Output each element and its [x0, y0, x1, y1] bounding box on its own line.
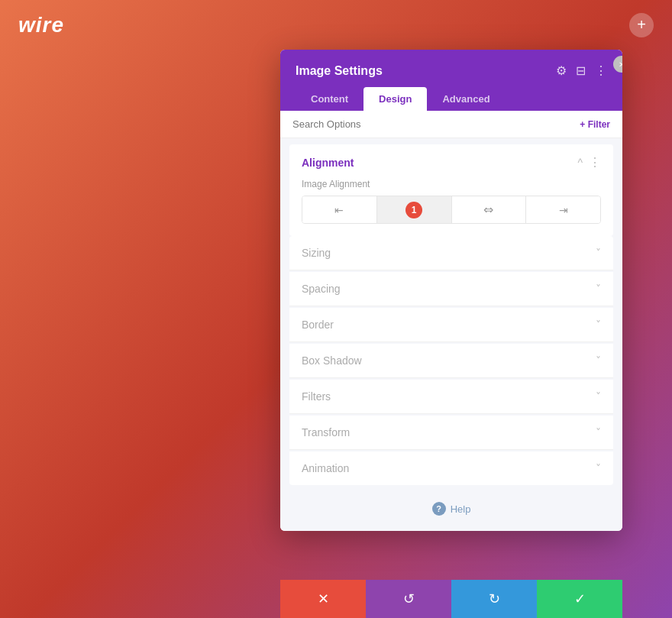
- sizing-label: Sizing: [302, 247, 331, 259]
- align-right-icon: ⇥: [559, 204, 568, 216]
- box-shadow-section[interactable]: Box Shadow ˅: [289, 344, 613, 378]
- animation-chevron: ˅: [596, 462, 601, 474]
- filters-chevron: ˅: [596, 390, 601, 403]
- modal-header: Image Settings ⚙ ⊟ ⋮ Content Design Adva…: [280, 50, 622, 111]
- tab-content[interactable]: Content: [296, 87, 363, 111]
- box-shadow-chevron: ˅: [596, 354, 601, 367]
- modal-header-icons: ⚙ ⊟ ⋮: [556, 63, 607, 78]
- alignment-section: Alignment ^ ⋮ Image Alignment ⇤ 1 ⇔: [289, 144, 613, 236]
- align-right-button[interactable]: ⇥: [526, 196, 600, 223]
- sizing-section[interactable]: Sizing ˅: [289, 236, 613, 270]
- alignment-buttons: ⇤ 1 ⇔ ⇥: [302, 196, 601, 224]
- collapse-icon[interactable]: ^: [577, 157, 583, 169]
- animation-label: Animation: [302, 462, 349, 474]
- border-section[interactable]: Border ˅: [289, 308, 613, 342]
- cancel-button[interactable]: ✕: [280, 580, 366, 618]
- undo-button[interactable]: ↺: [366, 580, 451, 618]
- modal-title: Image Settings: [296, 64, 383, 78]
- box-shadow-label: Box Shadow: [302, 354, 362, 367]
- save-button[interactable]: ✓: [537, 580, 622, 618]
- filters-label: Filters: [302, 390, 331, 403]
- image-alignment-label: Image Alignment: [302, 179, 601, 189]
- badge-number: 1: [405, 202, 422, 218]
- filter-button[interactable]: + Filter: [580, 119, 610, 130]
- spacing-section[interactable]: Spacing ˅: [289, 272, 613, 306]
- spacing-chevron: ˅: [596, 283, 601, 295]
- sizing-chevron: ˅: [596, 247, 601, 259]
- redo-button[interactable]: ↻: [451, 580, 537, 618]
- tab-advanced[interactable]: Advanced: [427, 87, 505, 111]
- animation-section[interactable]: Animation ˅: [289, 451, 613, 485]
- tabs: Content Design Advanced: [296, 87, 607, 111]
- search-input[interactable]: [292, 118, 580, 130]
- help-row[interactable]: ? Help: [280, 487, 622, 531]
- modal-body: + Filter Alignment ^ ⋮ Image Alignment ⇤…: [280, 111, 622, 531]
- columns-icon[interactable]: ⊟: [576, 63, 586, 78]
- tab-design[interactable]: Design: [363, 87, 427, 111]
- close-icon[interactable]: ✕: [613, 56, 622, 73]
- help-label: Help: [451, 503, 471, 515]
- transform-label: Transform: [302, 426, 350, 438]
- image-settings-modal: Image Settings ⚙ ⊟ ⋮ Content Design Adva…: [280, 50, 622, 531]
- alignment-title: Alignment: [302, 157, 354, 169]
- align-left-icon: ⇤: [334, 204, 344, 216]
- filters-section[interactable]: Filters ˅: [289, 380, 613, 414]
- transform-chevron: ˅: [596, 426, 601, 438]
- transform-section[interactable]: Transform ˅: [289, 416, 613, 450]
- border-chevron: ˅: [596, 319, 601, 331]
- collapsed-sections: Sizing ˅ Spacing ˅ Border ˅ Box Shadow ˅…: [289, 236, 613, 485]
- search-row: + Filter: [280, 111, 622, 138]
- bottom-bar: ✕ ↺ ↻ ✓: [280, 580, 622, 618]
- help-icon: ?: [432, 502, 446, 516]
- border-label: Border: [302, 319, 334, 331]
- add-button[interactable]: +: [629, 13, 654, 37]
- more-icon[interactable]: ⋮: [595, 63, 607, 78]
- modal-title-row: Image Settings ⚙ ⊟ ⋮: [296, 63, 607, 78]
- alignment-more-icon[interactable]: ⋮: [589, 155, 601, 170]
- logo: wire: [18, 13, 64, 37]
- spacing-label: Spacing: [302, 283, 341, 295]
- top-bar: wire +: [0, 0, 672, 50]
- align-center-icon: ⇔: [483, 202, 493, 217]
- modal-close[interactable]: ✕: [613, 56, 622, 73]
- alignment-section-header[interactable]: Alignment ^ ⋮: [302, 144, 601, 176]
- alignment-section-icons: ^ ⋮: [577, 155, 601, 170]
- align-center-button[interactable]: 1: [377, 196, 452, 223]
- settings-icon[interactable]: ⚙: [556, 63, 567, 78]
- align-left-button[interactable]: ⇤: [302, 196, 377, 223]
- align-center2-button[interactable]: ⇔: [452, 196, 527, 223]
